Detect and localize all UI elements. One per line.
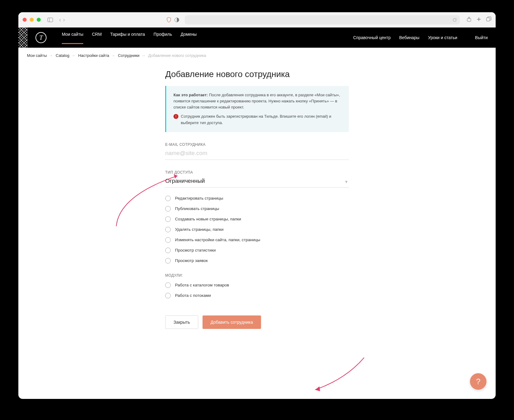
module-streams[interactable]: Работа с потоками bbox=[165, 293, 349, 298]
crumb-my-sites[interactable]: Мои сайты bbox=[27, 53, 47, 58]
radio-icon bbox=[165, 237, 171, 243]
nav-item-profile[interactable]: Профиль bbox=[154, 32, 172, 43]
privacy-icon[interactable] bbox=[174, 17, 179, 22]
nav-webinars[interactable]: Вебинары bbox=[399, 35, 419, 40]
info-bold: Как это работает: bbox=[173, 93, 208, 97]
radio-icon bbox=[165, 248, 171, 253]
add-employee-button[interactable]: Добавить сотрудника bbox=[203, 315, 261, 329]
crumb-current: Добавление нового сотрудника bbox=[148, 53, 206, 58]
chrome-right bbox=[467, 17, 491, 23]
access-label: ТИП ДОСТУПА bbox=[165, 170, 349, 175]
main-content: Добавление нового сотрудника Как это раб… bbox=[165, 69, 349, 329]
radio-icon bbox=[165, 206, 171, 212]
radio-icon bbox=[165, 216, 171, 222]
help-button[interactable]: ? bbox=[470, 373, 486, 390]
perm-delete-pages[interactable]: Удалять страницы, папки bbox=[165, 227, 349, 232]
info-box: Как это работает: После добавления сотру… bbox=[165, 86, 349, 132]
svg-rect-4 bbox=[486, 18, 490, 21]
nav-articles[interactable]: Уроки и статьи bbox=[428, 35, 457, 40]
nav-logout[interactable]: Выйти bbox=[475, 35, 488, 40]
window-close-icon[interactable] bbox=[23, 18, 27, 22]
breadcrumb: Мои сайты→ Catalog→ Настройки сайта→ Сот… bbox=[18, 48, 496, 63]
crumb-catalog[interactable]: Catalog bbox=[56, 53, 69, 58]
perm-create-pages[interactable]: Создавать новые страницы, папки bbox=[165, 216, 349, 222]
brand-logo[interactable]: T bbox=[35, 32, 47, 43]
address-bar[interactable] bbox=[185, 15, 460, 24]
annotation-arrow-submit bbox=[309, 355, 370, 397]
perm-view-stats[interactable]: Просмотр статистики bbox=[165, 248, 349, 253]
new-tab-icon[interactable] bbox=[476, 17, 481, 23]
crumb-employees[interactable]: Сотрудники bbox=[118, 53, 139, 58]
radio-icon bbox=[165, 227, 171, 232]
warning-icon: ! bbox=[173, 114, 178, 119]
sidebar-toggle-icon[interactable] bbox=[47, 18, 53, 22]
nav-links: Мои сайты CRM Тарифы и оплата Профиль До… bbox=[62, 32, 197, 43]
perm-edit-settings[interactable]: Изменять настройки сайта, папки, страниц… bbox=[165, 237, 349, 243]
perm-view-requests[interactable]: Просмотр заявок bbox=[165, 258, 349, 263]
permissions-list: Редактировать страницы Публиковать стран… bbox=[165, 196, 349, 263]
crumb-site-settings[interactable]: Настройки сайта bbox=[78, 53, 109, 58]
top-nav: T Мои сайты CRM Тарифы и оплата Профиль … bbox=[18, 28, 496, 48]
nav-right: Справочный центр Вебинары Уроки и статьи… bbox=[353, 35, 488, 40]
traffic-lights bbox=[23, 18, 41, 22]
radio-icon bbox=[165, 196, 171, 201]
nav-item-crm[interactable]: CRM bbox=[92, 32, 102, 43]
nav-item-tariffs[interactable]: Тарифы и оплата bbox=[110, 32, 145, 43]
perm-edit-pages[interactable]: Редактировать страницы bbox=[165, 196, 349, 201]
radio-icon bbox=[165, 293, 171, 298]
browser-window: ‹ › T Мои сайты CRM Тарифы и оплата Проф… bbox=[18, 12, 496, 399]
perm-publish-pages[interactable]: Публиковать страницы bbox=[165, 206, 349, 212]
form-actions: Закрыть Добавить сотрудника bbox=[165, 315, 349, 329]
nav-forward-icon[interactable]: › bbox=[63, 16, 65, 23]
window-zoom-icon[interactable] bbox=[37, 18, 41, 22]
email-field[interactable] bbox=[165, 147, 349, 160]
access-type-select[interactable] bbox=[165, 175, 349, 188]
email-label: E-MAIL СОТРУДНИКА bbox=[165, 142, 349, 147]
svg-marker-6 bbox=[315, 386, 320, 391]
modules-list: Работа с каталогом товаров Работа с пото… bbox=[165, 282, 349, 298]
nav-item-my-sites[interactable]: Мои сайты bbox=[62, 32, 83, 43]
nav-item-domains[interactable]: Домены bbox=[181, 32, 197, 43]
radio-icon bbox=[165, 282, 171, 288]
warning-text: Сотрудник должен быть зарегистрирован на… bbox=[181, 113, 341, 126]
browser-chrome: ‹ › bbox=[18, 12, 496, 28]
brand-pattern bbox=[18, 28, 28, 48]
nav-help-center[interactable]: Справочный центр bbox=[353, 35, 390, 40]
svg-rect-0 bbox=[48, 18, 53, 22]
radio-icon bbox=[165, 258, 171, 263]
modules-label: МОДУЛИ: bbox=[165, 273, 349, 278]
reload-icon[interactable] bbox=[453, 18, 457, 22]
nav-back-icon[interactable]: ‹ bbox=[59, 16, 61, 23]
tabs-icon[interactable] bbox=[486, 17, 491, 23]
module-catalog[interactable]: Работа с каталогом товаров bbox=[165, 282, 349, 288]
window-minimize-icon[interactable] bbox=[30, 18, 34, 22]
share-icon[interactable] bbox=[467, 17, 471, 23]
close-button[interactable]: Закрыть bbox=[165, 315, 198, 329]
shield-icon[interactable] bbox=[166, 17, 171, 23]
page-title: Добавление нового сотрудника bbox=[165, 69, 349, 79]
nav-arrows: ‹ › bbox=[59, 16, 65, 23]
